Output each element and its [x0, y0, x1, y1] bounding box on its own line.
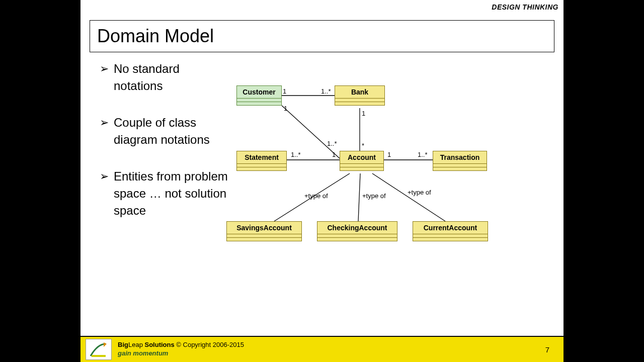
uml-edges: [231, 75, 553, 282]
uml-class-account: Account: [340, 151, 384, 171]
uml-class-name: Transaction: [433, 151, 487, 163]
uml-class-name: Statement: [237, 151, 286, 163]
footer-text: BigLeap Solutions © Copyright 2006-2015 …: [118, 341, 545, 358]
uml-class-current: CurrentAccount: [413, 221, 488, 241]
mult-label: 1..*: [327, 140, 337, 147]
mult-label: 1: [284, 105, 287, 112]
brand-bold: Big: [118, 341, 128, 348]
svg-line-6: [358, 173, 360, 221]
page-number: 7: [545, 345, 558, 354]
uml-class-savings: SavingsAccount: [226, 221, 302, 241]
footer-tagline: gain momentum: [118, 349, 545, 358]
bullet-arrow-icon: ➢: [100, 115, 114, 131]
copyright: © Copyright 2006-2015: [175, 341, 244, 348]
slide-title: Domain Model: [97, 26, 547, 47]
uml-class-statement: Statement: [236, 151, 287, 171]
uml-class-customer: Customer: [236, 85, 282, 106]
uml-class-name: CheckingAccount: [317, 222, 397, 234]
slide-footer: BigLeap Solutions © Copyright 2006-2015 …: [80, 336, 564, 362]
leap-icon: [89, 341, 109, 358]
mult-label: 1..*: [418, 151, 428, 158]
mult-label: 1: [283, 87, 286, 95]
uml-class-name: Bank: [335, 86, 384, 98]
bullet-list: ➢ No standard notations ➢ Couple of clas…: [100, 60, 230, 239]
uml-class-name: Customer: [237, 86, 281, 98]
bullet-arrow-icon: ➢: [100, 169, 114, 185]
mult-label: 1: [332, 151, 336, 158]
bullet-text: No standard notations: [114, 60, 230, 94]
uml-diagram: Customer Bank Statement Account Transact…: [231, 75, 553, 282]
header-tag: DESIGN THINKING: [492, 3, 558, 11]
uml-class-name: SavingsAccount: [227, 222, 301, 234]
bullet-item: ➢ No standard notations: [100, 60, 230, 94]
bullet-text: Entities from problem space … not soluti…: [114, 168, 230, 219]
type-of-label: +type of: [362, 192, 386, 200]
mult-label: 1: [387, 151, 391, 158]
bullet-arrow-icon: ➢: [100, 61, 114, 77]
bullet-item: ➢ Entities from problem space … not solu…: [100, 168, 230, 219]
type-of-label: +type of: [408, 189, 431, 196]
mult-label: 1: [362, 110, 365, 117]
uml-class-name: CurrentAccount: [413, 222, 488, 234]
brand-suffix: Solutions: [143, 341, 175, 348]
title-box: Domain Model: [90, 20, 554, 52]
uml-class-bank: Bank: [335, 85, 385, 106]
uml-class-transaction: Transaction: [433, 151, 487, 171]
mult-label: *: [362, 142, 364, 149]
brand-rest: Leap: [128, 341, 143, 348]
bullet-text: Couple of class diagram notations: [114, 114, 230, 148]
mult-label: 1..*: [291, 151, 301, 158]
type-of-label: +type of: [304, 192, 328, 200]
slide: DESIGN THINKING Domain Model ➢ No standa…: [80, 0, 564, 362]
mult-label: 1..*: [321, 87, 331, 95]
bullet-item: ➢ Couple of class diagram notations: [100, 114, 230, 148]
uml-class-name: Account: [340, 151, 383, 163]
uml-class-checking: CheckingAccount: [317, 221, 397, 241]
footer-logo: [86, 339, 112, 360]
